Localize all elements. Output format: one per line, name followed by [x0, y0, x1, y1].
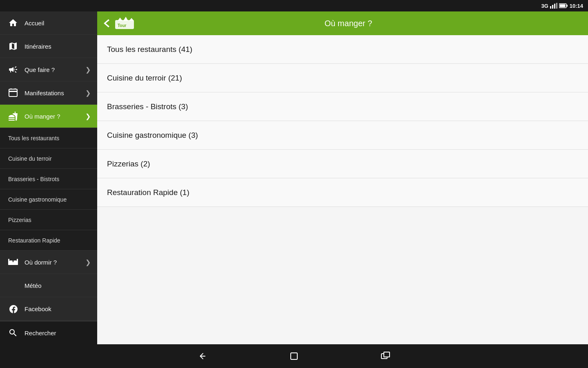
recents-nav-button[interactable]: [376, 347, 394, 365]
sidebar-item-itineraires[interactable]: Itinéraires: [0, 35, 97, 58]
fork-icon: [7, 110, 20, 123]
signal-bars-icon: [550, 3, 557, 9]
svg-rect-1: [552, 5, 553, 9]
route-icon: [7, 40, 20, 53]
list-item-label-0: Tous les restaurants (41): [107, 45, 192, 54]
svg-rect-16: [13, 260, 17, 263]
submenu-label-tous: Tous les restaurants: [8, 135, 59, 141]
top-bar: Tour Où manger ?: [97, 11, 588, 35]
svg-text:Tour: Tour: [118, 23, 127, 28]
submenu-restauration-rapide[interactable]: Restauration Rapide: [0, 230, 97, 251]
svg-rect-15: [9, 260, 13, 263]
sidebar-search-button[interactable]: Rechercher: [0, 321, 97, 344]
svg-rect-6: [559, 4, 565, 7]
svg-rect-2: [554, 4, 555, 9]
calendar-icon: 31: [7, 86, 20, 99]
submenu-label-terroir: Cuisine du terroir: [8, 155, 52, 162]
svg-rect-5: [566, 5, 568, 7]
chevron-dormir-icon: ❯: [85, 258, 91, 266]
page-title: Où manger ?: [140, 19, 557, 28]
list-item-label-1: Cuisine du terroir (21): [107, 74, 182, 83]
battery-icon: [559, 3, 568, 8]
chevron-down-icon: ❯: [85, 66, 91, 74]
list-item-restauration-rapide[interactable]: Restauration Rapide (1): [97, 178, 588, 207]
sidebar-label-que-faire: Que faire ?: [24, 66, 85, 73]
submenu-pizzerias[interactable]: Pizzerias: [0, 210, 97, 230]
sidebar-label-manifestations: Manifestations: [24, 90, 85, 96]
search-label: Rechercher: [24, 330, 91, 337]
svg-rect-12: [8, 262, 18, 265]
submenu-cuisine-terroir[interactable]: Cuisine du terroir: [0, 148, 97, 169]
status-bar: 3G 10:14: [0, 0, 588, 11]
sidebar-item-ou-manger[interactable]: Où manger ? ❯: [0, 105, 97, 128]
restaurant-list: Tous les restaurants (41) Cuisine du ter…: [97, 35, 588, 344]
sidebar-item-ou-dormir[interactable]: Où dormir ? ❯: [0, 251, 97, 274]
svg-rect-0: [550, 6, 551, 9]
list-item-label-3: Cuisine gastronomique (3): [107, 131, 198, 140]
list-item-label-2: Brasseries - Bistrots (3): [107, 102, 188, 111]
submenu-tous-restaurants[interactable]: Tous les restaurants: [0, 128, 97, 148]
sidebar-label-ou-manger: Où manger ?: [24, 113, 85, 120]
submenu-cuisine-gastro[interactable]: Cuisine gastronomique: [0, 189, 97, 210]
search-icon: [7, 326, 20, 339]
list-item-label-5: Restauration Rapide (1): [107, 188, 189, 197]
svg-marker-19: [123, 17, 128, 21]
svg-text:31: 31: [11, 92, 15, 96]
app-logo: Tour: [114, 16, 135, 31]
sidebar-label-itineraires: Itinéraires: [24, 43, 91, 50]
content-area: Tour Où manger ? Tous les restaurants (4…: [97, 11, 588, 344]
sidebar-item-que-faire[interactable]: Que faire ? ❯: [0, 58, 97, 81]
svg-rect-14: [17, 259, 18, 265]
list-item-tous-restaurants[interactable]: Tous les restaurants (41): [97, 35, 588, 64]
sidebar-label-meteo: Météo: [24, 282, 91, 289]
sidebar-label-accueil: Accueil: [24, 20, 91, 27]
submenu-label-brasseries: Brasseries - Bistrots: [8, 176, 59, 182]
list-item-brasseries[interactable]: Brasseries - Bistrots (3): [97, 92, 588, 121]
svg-marker-18: [118, 18, 122, 21]
sidebar-item-meteo[interactable]: Météo: [0, 274, 97, 297]
time-display: 10:14: [570, 3, 583, 9]
main-layout: Accueil Itinéraires Que faire ? ❯: [0, 11, 588, 344]
sidebar-label-ou-dormir: Où dormir ?: [24, 259, 85, 266]
submenu-label-gastro: Cuisine gastronomique: [8, 196, 67, 203]
sidebar-label-facebook: Facebook: [24, 305, 91, 312]
status-icons: 3G 10:14: [541, 3, 583, 9]
back-button[interactable]: [104, 19, 109, 27]
list-item-cuisine-terroir[interactable]: Cuisine du terroir (21): [97, 64, 588, 92]
sidebar: Accueil Itinéraires Que faire ? ❯: [0, 11, 97, 344]
back-nav-button[interactable]: [194, 347, 212, 365]
submenu-brasseries[interactable]: Brasseries - Bistrots: [0, 169, 97, 189]
chevron-down-active-icon: ❯: [85, 112, 91, 120]
megaphone-icon: [7, 63, 20, 76]
list-item-cuisine-gastro[interactable]: Cuisine gastronomique (3): [97, 121, 588, 150]
svg-marker-20: [129, 18, 134, 21]
bed-icon: [7, 256, 20, 269]
facebook-icon: [7, 302, 20, 315]
submenu-label-pizzerias: Pizzerias: [8, 217, 31, 223]
bottom-nav: [0, 344, 588, 368]
svg-rect-22: [291, 353, 297, 359]
signal-indicator: 3G: [541, 3, 548, 9]
list-item-pizzerias[interactable]: Pizzerias (2): [97, 150, 588, 178]
meteo-icon: [7, 279, 20, 292]
home-icon: [7, 16, 20, 29]
list-item-label-4: Pizzerias (2): [107, 159, 150, 168]
home-nav-button[interactable]: [285, 347, 303, 365]
svg-rect-13: [8, 259, 9, 265]
sidebar-item-accueil[interactable]: Accueil: [0, 11, 97, 35]
chevron-right-icon: ❯: [85, 89, 91, 97]
svg-rect-3: [556, 3, 557, 9]
sidebar-item-manifestations[interactable]: 31 Manifestations ❯: [0, 81, 97, 105]
sidebar-item-facebook[interactable]: Facebook: [0, 297, 97, 321]
svg-rect-24: [384, 352, 390, 357]
submenu-label-restauration: Restauration Rapide: [8, 237, 60, 244]
